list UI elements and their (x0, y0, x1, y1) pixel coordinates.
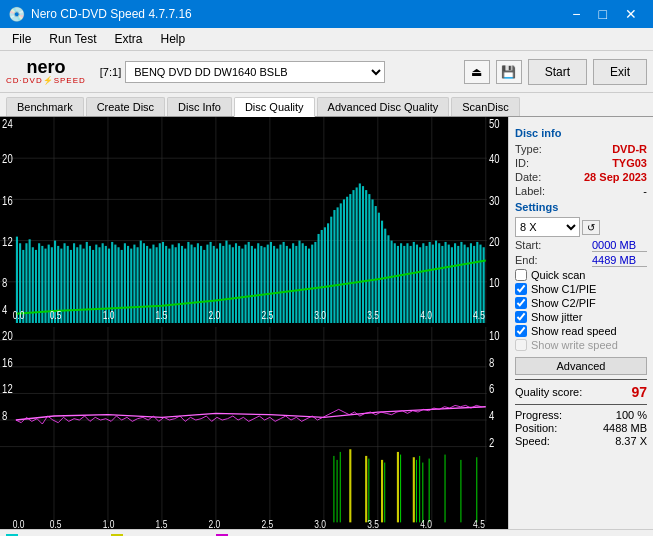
tab-advanced-disc-quality[interactable]: Advanced Disc Quality (317, 97, 450, 116)
svg-rect-222 (445, 455, 446, 523)
menu-extra[interactable]: Extra (106, 30, 150, 48)
start-button[interactable]: Start (528, 59, 587, 85)
svg-rect-115 (340, 203, 342, 323)
maximize-button[interactable]: □ (591, 4, 615, 24)
show-c1pie-checkbox[interactable] (515, 283, 527, 295)
quick-scan-checkbox[interactable] (515, 269, 527, 281)
menu-file[interactable]: File (4, 30, 39, 48)
close-button[interactable]: ✕ (617, 4, 645, 24)
svg-rect-50 (95, 245, 97, 323)
tab-disc-info[interactable]: Disc Info (167, 97, 232, 116)
svg-rect-218 (416, 460, 417, 522)
tab-benchmark[interactable]: Benchmark (6, 97, 84, 116)
svg-text:2: 2 (489, 436, 494, 449)
svg-rect-49 (92, 250, 94, 323)
svg-rect-165 (292, 243, 294, 323)
svg-text:3.5: 3.5 (367, 518, 379, 529)
position-value: 4488 MB (603, 422, 647, 434)
svg-rect-92 (229, 245, 231, 323)
save-button[interactable]: 💾 (496, 60, 522, 84)
svg-rect-58 (121, 250, 123, 323)
type-label: Type: (515, 143, 542, 155)
disc-type-row: Type: DVD-R (515, 143, 647, 155)
svg-text:8: 8 (489, 356, 494, 369)
svg-rect-220 (422, 463, 423, 523)
svg-rect-93 (232, 247, 234, 323)
position-label: Position: (515, 422, 557, 434)
svg-rect-119 (352, 190, 354, 323)
svg-text:16: 16 (2, 356, 13, 369)
settings-icon[interactable]: ↺ (582, 220, 600, 235)
svg-text:4.5: 4.5 (473, 518, 485, 529)
svg-rect-162 (283, 242, 285, 323)
show-read-speed-checkbox[interactable] (515, 325, 527, 337)
svg-text:10: 10 (489, 329, 500, 342)
svg-rect-149 (448, 245, 450, 323)
svg-rect-48 (89, 246, 91, 323)
show-c2pif-checkbox[interactable] (515, 297, 527, 309)
svg-text:1.0: 1.0 (103, 518, 115, 529)
svg-text:20: 20 (2, 152, 13, 165)
start-input[interactable] (592, 239, 647, 252)
show-write-speed-checkbox (515, 339, 527, 351)
svg-rect-148 (445, 242, 447, 323)
tabs: Benchmark Create Disc Disc Info Disc Qua… (0, 93, 653, 117)
svg-rect-125 (371, 199, 373, 323)
title-bar: 💿 Nero CD-DVD Speed 4.7.7.16 − □ ✕ (0, 0, 653, 28)
svg-rect-124 (368, 194, 370, 323)
svg-rect-153 (460, 242, 462, 323)
svg-rect-151 (454, 243, 456, 323)
svg-rect-121 (359, 183, 361, 323)
show-c2pif-label: Show C2/PIF (531, 297, 596, 309)
main-content: 50 40 30 20 10 24 20 16 12 8 4 (0, 117, 653, 529)
svg-text:24: 24 (2, 117, 13, 130)
minimize-button[interactable]: − (564, 4, 588, 24)
svg-rect-166 (295, 246, 297, 323)
svg-rect-51 (98, 247, 100, 323)
svg-rect-130 (387, 235, 389, 323)
exit-button[interactable]: Exit (593, 59, 647, 85)
menu-run-test[interactable]: Run Test (41, 30, 104, 48)
svg-text:12: 12 (2, 382, 13, 395)
svg-text:20: 20 (2, 329, 13, 342)
eject-button[interactable]: ⏏ (464, 60, 490, 84)
show-read-speed-label: Show read speed (531, 325, 617, 337)
svg-rect-169 (305, 246, 307, 323)
quality-score-label: Quality score: (515, 386, 582, 398)
svg-rect-84 (203, 250, 205, 323)
end-input[interactable] (592, 254, 647, 267)
drive-combo[interactable]: BENQ DVD DD DW1640 BSLB (125, 61, 385, 83)
svg-rect-133 (397, 246, 399, 323)
show-jitter-checkbox[interactable] (515, 311, 527, 323)
svg-rect-99 (251, 246, 253, 323)
quick-scan-row: Quick scan (515, 269, 647, 281)
svg-rect-168 (302, 243, 304, 323)
show-c1pie-row: Show C1/PIE (515, 283, 647, 295)
svg-text:12: 12 (2, 235, 13, 248)
svg-text:4: 4 (2, 303, 7, 316)
svg-text:6: 6 (489, 382, 494, 395)
show-jitter-label: Show jitter (531, 311, 582, 323)
tab-disc-quality[interactable]: Disc Quality (234, 97, 315, 117)
quick-scan-label: Quick scan (531, 269, 585, 281)
tab-create-disc[interactable]: Create Disc (86, 97, 165, 116)
svg-rect-209 (381, 460, 383, 522)
start-label: Start: (515, 239, 541, 252)
svg-rect-81 (194, 247, 196, 323)
advanced-button[interactable]: Advanced (515, 357, 647, 375)
svg-text:0.5: 0.5 (50, 309, 62, 321)
speed-select[interactable]: 8 X (515, 217, 580, 237)
svg-rect-214 (340, 452, 341, 522)
label-value: - (643, 185, 647, 197)
svg-rect-113 (333, 210, 335, 323)
svg-rect-138 (413, 242, 415, 323)
tab-scan-disc[interactable]: ScanDisc (451, 97, 519, 116)
menu-help[interactable]: Help (153, 30, 194, 48)
svg-rect-67 (149, 249, 151, 323)
svg-rect-63 (137, 247, 139, 323)
svg-rect-213 (337, 460, 338, 522)
svg-text:2.0: 2.0 (208, 518, 220, 529)
speed-value: 8.37 X (615, 435, 647, 447)
show-write-speed-row: Show write speed (515, 339, 647, 351)
svg-text:1.5: 1.5 (156, 309, 168, 321)
